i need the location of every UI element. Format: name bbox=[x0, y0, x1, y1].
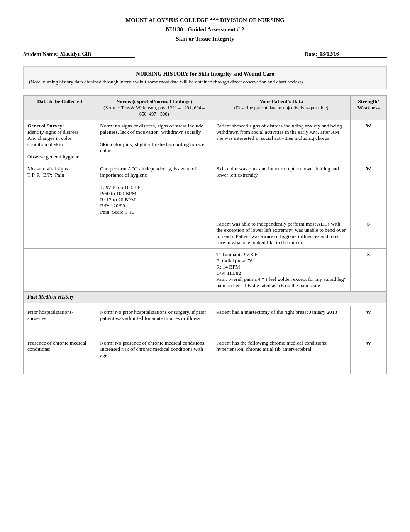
data-cell: Presence of chronic medical conditions: bbox=[24, 337, 96, 374]
col-header-norms: Norms (expected/normal findings) (Source… bbox=[96, 96, 212, 120]
table-row: Patient was able to independently perfor… bbox=[24, 218, 387, 249]
patient-cell: T: Tympanic 97.8 FP: radial pulse 76R: 1… bbox=[212, 249, 351, 292]
sw-cell: S bbox=[350, 249, 386, 292]
patient-cell: Patient was able to independently perfor… bbox=[212, 218, 351, 249]
table-row: Measure vital signsT-P-R- B/P; Pain Can … bbox=[24, 163, 387, 218]
nursing-history-box: NURSING HISTORY for Skin Integrity and W… bbox=[23, 66, 387, 89]
date-underline: 03/12/16 bbox=[317, 51, 364, 58]
data-cell bbox=[24, 249, 96, 292]
page-header: MOUNT ALOYSIUS COLLEGE *** DIVISION OF N… bbox=[23, 15, 387, 43]
date-block: Date: 03/12/16 bbox=[305, 51, 387, 58]
student-name-label: Student Name: bbox=[23, 51, 58, 58]
table-row: T: Tympanic 97.8 FP: radial pulse 76R: 1… bbox=[24, 249, 387, 292]
norms-cell: Norm: No presence of chronic medical con… bbox=[96, 337, 212, 374]
col-header-data: Data to be Collected bbox=[24, 96, 96, 120]
header-line3: Skin or Tissue Integrity bbox=[23, 34, 387, 43]
patient-cell: Patient has the following chronic medica… bbox=[212, 337, 351, 374]
norms-cell bbox=[96, 249, 212, 292]
header-line2: NU130 - Guided Assessment # 2 bbox=[23, 25, 387, 34]
section-header-row: Past Medical History bbox=[24, 292, 387, 303]
nursing-history-note: (Note: nursing history data obtained thr… bbox=[29, 79, 381, 85]
data-cell: Measure vital signsT-P-R- B/P; Pain bbox=[24, 163, 96, 218]
date-trailing-underline bbox=[364, 57, 387, 58]
main-assessment-table: Data to be Collected Norms (expected/nor… bbox=[23, 95, 387, 374]
sw-cell: W bbox=[350, 337, 386, 374]
student-info-line: Student Name: Macklyn Gift Date: 03/12/1… bbox=[23, 51, 387, 60]
data-cell bbox=[24, 218, 96, 249]
table-row: Presence of chronic medical conditions: … bbox=[24, 337, 387, 374]
past-medical-header: Past Medical History bbox=[24, 292, 387, 303]
patient-cell: Patient showed signs of distress includi… bbox=[212, 120, 351, 163]
student-name-block: Student Name: Macklyn Gift bbox=[23, 51, 135, 58]
norms-cell bbox=[96, 218, 212, 249]
table-row: Prior hospitalizations/ surgeries: Norm:… bbox=[24, 306, 387, 337]
norms-cell: Norm: No prior hospitalizations or surge… bbox=[96, 306, 212, 337]
sw-cell: W bbox=[350, 306, 386, 337]
data-cell: Prior hospitalizations/ surgeries: bbox=[24, 306, 96, 337]
date-label: Date: bbox=[305, 51, 317, 58]
student-name-underline: Macklyn Gift bbox=[58, 51, 135, 58]
header-line1: MOUNT ALOYSIUS COLLEGE *** DIVISION OF N… bbox=[23, 15, 387, 25]
norms-cell: Norm: no signs or distress, signs of str… bbox=[96, 120, 212, 163]
col-header-sw: Strength/ Weakness bbox=[350, 96, 386, 120]
sw-cell: W bbox=[350, 120, 386, 163]
sw-cell: W bbox=[350, 163, 386, 218]
table-row: General Survey:Identify signs of distres… bbox=[24, 120, 387, 163]
col-header-patient: Your Patient's Data (Describe patient da… bbox=[212, 96, 351, 120]
patient-cell: Patient had a mastectomy of the right br… bbox=[212, 306, 351, 337]
spacer-row bbox=[24, 303, 387, 306]
norms-cell: Can perform ADLs independently, is aware… bbox=[96, 163, 212, 218]
nursing-history-title: NURSING HISTORY for Skin Integrity and W… bbox=[29, 71, 381, 77]
data-cell: General Survey:Identify signs of distres… bbox=[24, 120, 96, 163]
patient-cell: Skin color was pink and intact except on… bbox=[212, 163, 351, 218]
sw-cell: S bbox=[350, 218, 386, 249]
